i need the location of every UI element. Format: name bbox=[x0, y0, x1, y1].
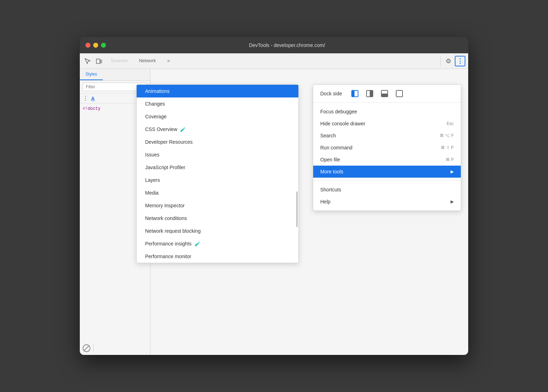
tab-network[interactable]: Network bbox=[133, 53, 162, 69]
devtools-body: Sources Network » ⚙ ⋮ Styles bbox=[80, 53, 468, 355]
dock-bottom-icon[interactable] bbox=[380, 89, 389, 98]
submenu-item-layers[interactable]: Layers bbox=[137, 174, 298, 186]
submenu-item-network-conditions[interactable]: Network conditions bbox=[137, 212, 298, 225]
three-dots-icon[interactable]: ⋮ bbox=[83, 95, 88, 102]
submenu-item-memory-inspector[interactable]: Memory Inspector bbox=[137, 199, 298, 212]
menu-section-2: Shortcuts Help ▶ bbox=[313, 181, 461, 210]
devtools-toolbar: Sources Network » ⚙ ⋮ bbox=[80, 53, 468, 69]
svg-rect-0 bbox=[96, 59, 100, 64]
submenu-item-animations[interactable]: Animations bbox=[137, 85, 298, 97]
beaker-icon-2: 🧪 bbox=[195, 241, 200, 247]
minimize-button[interactable] bbox=[93, 43, 98, 48]
submenu-item-css-overview[interactable]: CSS Overview 🧪 bbox=[137, 123, 298, 136]
window-title: DevTools - developer.chrome.com/ bbox=[112, 42, 463, 48]
svg-rect-8 bbox=[396, 90, 403, 97]
maximize-button[interactable] bbox=[101, 43, 106, 48]
help-submenu-arrow-icon: ▶ bbox=[451, 199, 454, 204]
undock-icon[interactable] bbox=[395, 89, 404, 98]
tab-more[interactable]: » bbox=[161, 53, 175, 69]
a-text-icon[interactable]: A bbox=[91, 96, 95, 101]
toolbar-tabs: Sources Network » bbox=[105, 53, 437, 69]
shortcut-open-file: ⌘ P bbox=[446, 157, 454, 162]
menu-item-search[interactable]: Search ⌘ ⌥ F bbox=[313, 130, 461, 142]
dock-side-section: Dock side bbox=[313, 85, 461, 103]
submenu-scrollbar[interactable] bbox=[296, 85, 298, 263]
traffic-lights bbox=[85, 43, 106, 48]
element-picker-icon[interactable] bbox=[83, 56, 93, 66]
menu-item-more-tools[interactable]: More tools ▶ bbox=[313, 166, 461, 178]
close-button[interactable] bbox=[85, 43, 90, 48]
submenu-arrow-icon: ▶ bbox=[451, 169, 454, 174]
svg-rect-5 bbox=[370, 90, 373, 97]
menu-item-shortcuts[interactable]: Shortcuts bbox=[313, 184, 461, 196]
svg-rect-1 bbox=[100, 60, 102, 63]
tab-styles[interactable]: Styles bbox=[80, 69, 103, 80]
submenu-item-js-profiler[interactable]: JavaScript Profiler bbox=[137, 161, 298, 174]
panel-tabs: Styles bbox=[80, 69, 150, 81]
dock-side-label: Dock side bbox=[320, 91, 342, 96]
more-tools-submenu: Animations Changes Coverage CSS Overview… bbox=[136, 84, 299, 263]
submenu-item-performance-insights[interactable]: Performance insights 🧪 bbox=[137, 237, 298, 250]
shortcut-search: ⌘ ⌥ F bbox=[440, 133, 454, 138]
main-context-menu: Dock side bbox=[313, 84, 461, 211]
block-icon bbox=[83, 344, 90, 352]
submenu-item-developer-resources[interactable]: Developer Resources bbox=[137, 136, 298, 148]
submenu-scrollbar-thumb bbox=[296, 191, 298, 227]
submenu-item-performance-monitor[interactable]: Performance monitor bbox=[137, 250, 298, 263]
menu-section-1: Focus debuggee Hide console drawer Esc S… bbox=[313, 103, 461, 181]
shortcut-run-command: ⌘ ⇧ P bbox=[441, 145, 454, 150]
left-panel-bottom-icons bbox=[80, 341, 150, 355]
titlebar: DevTools - developer.chrome.com/ bbox=[80, 37, 468, 53]
kebab-menu-button[interactable]: ⋮ bbox=[455, 56, 465, 66]
menu-item-open-file[interactable]: Open file ⌘ P bbox=[313, 154, 461, 166]
submenu-item-changes[interactable]: Changes bbox=[137, 97, 298, 110]
beaker-icon: 🧪 bbox=[180, 127, 186, 132]
submenu-item-issues[interactable]: Issues bbox=[137, 148, 298, 161]
device-toggle-icon[interactable] bbox=[94, 56, 104, 66]
devtools-content: Styles ⋮ A <!docty bbox=[80, 69, 468, 355]
svg-rect-7 bbox=[381, 94, 388, 97]
submenu-item-network-request-blocking[interactable]: Network request blocking bbox=[137, 225, 298, 237]
devtools-window: DevTools - developer.chrome.com/ Sources bbox=[80, 37, 468, 355]
settings-icon[interactable]: ⚙ bbox=[443, 56, 453, 66]
shortcut-esc: Esc bbox=[447, 121, 454, 126]
vertical-divider bbox=[93, 344, 94, 352]
dock-left-icon[interactable] bbox=[350, 89, 359, 98]
menu-item-run-command[interactable]: Run command ⌘ ⇧ P bbox=[313, 142, 461, 154]
menu-item-hide-console[interactable]: Hide console drawer Esc bbox=[313, 118, 461, 130]
submenu-item-coverage[interactable]: Coverage bbox=[137, 110, 298, 123]
separator bbox=[440, 56, 441, 66]
menu-item-focus-debuggee[interactable]: Focus debuggee bbox=[313, 106, 461, 118]
menu-item-help[interactable]: Help ▶ bbox=[313, 196, 461, 208]
submenu-item-media[interactable]: Media bbox=[137, 186, 298, 199]
toolbar-right: ⚙ ⋮ bbox=[439, 56, 465, 66]
tab-sources[interactable]: Sources bbox=[105, 53, 133, 69]
svg-rect-3 bbox=[352, 90, 355, 97]
dock-right-icon[interactable] bbox=[365, 89, 374, 98]
